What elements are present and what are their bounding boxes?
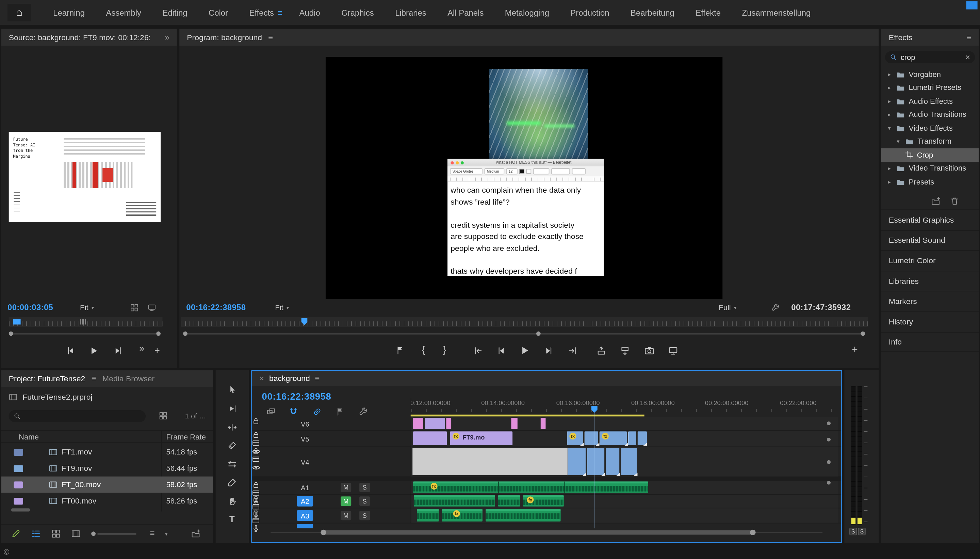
column-header-frame-rate[interactable]: Frame Rate xyxy=(167,433,206,442)
timeline-timecode[interactable]: 00:16:22:38958 xyxy=(262,391,332,401)
linked-selection-icon[interactable] xyxy=(312,407,322,417)
project-filter-icon[interactable] xyxy=(159,412,168,420)
program-settings-wrench-icon[interactable] xyxy=(771,303,780,312)
timeline-panel-menu-icon[interactable]: ≡ xyxy=(315,374,320,383)
delete-bin-button[interactable] xyxy=(950,197,960,206)
panel-tab-history[interactable]: History xyxy=(881,311,979,332)
chevron-down-icon[interactable]: ▾ xyxy=(895,138,901,144)
traffic-light-minimize[interactable] xyxy=(455,161,459,164)
panel-tab-lumetri-color[interactable]: Lumetri Color xyxy=(881,250,979,271)
step-back-button[interactable] xyxy=(496,346,506,356)
track-target-a2-selected[interactable]: A2 xyxy=(297,496,313,506)
chevron-right-icon[interactable]: ▸ xyxy=(886,111,892,117)
solo-button-a2[interactable]: S xyxy=(359,496,370,506)
clip[interactable] xyxy=(425,418,445,429)
track-target-v4[interactable]: V4 xyxy=(297,456,313,467)
sync-status-icon[interactable]: © xyxy=(4,548,9,557)
tab-graphics[interactable]: Graphics xyxy=(331,8,384,17)
sequence-tab-background[interactable]: background xyxy=(269,374,310,383)
freeform-view-button[interactable] xyxy=(71,529,81,539)
track-lane-a1[interactable]: fx xyxy=(411,481,838,494)
sync-lock-icon[interactable] xyxy=(252,455,260,463)
project-row-ft00b[interactable]: FT00.mov 58.26 fps xyxy=(2,493,213,509)
clip[interactable] xyxy=(587,448,604,475)
add-marker-button[interactable] xyxy=(396,346,405,356)
button-editor-plus[interactable]: + xyxy=(852,344,858,355)
tree-item-video-effects[interactable]: ▾Video Effects xyxy=(881,121,979,134)
track-height-handle[interactable] xyxy=(827,438,831,442)
new-item-button[interactable] xyxy=(191,529,201,539)
playhead-line[interactable] xyxy=(594,412,594,528)
tab-learning[interactable]: Learning xyxy=(43,8,95,17)
timeline-ruler[interactable]: 00:12:00:00000 00:14:00:00000 00:16:00:0… xyxy=(411,398,838,412)
tree-item-crop-selected[interactable]: Crop xyxy=(881,148,979,161)
eye-icon[interactable] xyxy=(252,463,261,472)
timeline-hscroll-handle-left[interactable] xyxy=(320,530,326,536)
selection-tool[interactable] xyxy=(228,385,237,395)
project-row-ft00-selected[interactable]: FT_00.mov 58.02 fps xyxy=(2,476,213,493)
chevron-right-icon[interactable]: ▸ xyxy=(886,179,892,185)
solo-button-a3[interactable]: S xyxy=(359,511,370,521)
program-zoom-bar[interactable] xyxy=(186,333,865,335)
chevron-right-icon[interactable]: ▸ xyxy=(886,71,892,77)
icon-view-button[interactable] xyxy=(51,529,61,539)
track-lane-a2[interactable]: fx xyxy=(411,495,838,508)
font-style-select[interactable]: Medium xyxy=(484,168,504,174)
track-lock-icon[interactable] xyxy=(252,481,260,489)
track-target-a1[interactable]: A1 xyxy=(297,482,313,493)
source-tab-title[interactable]: Source: background: FT9.mov: 00:12:26: xyxy=(9,33,151,41)
solo-button-right[interactable]: S xyxy=(858,528,866,535)
sort-icon[interactable]: ≡ xyxy=(150,528,155,538)
project-tab-active[interactable]: Project: FutureTense2 xyxy=(9,374,86,383)
source-step-forward-button[interactable] xyxy=(113,346,123,356)
program-zoom-handle-left[interactable] xyxy=(183,331,188,336)
source-play-button[interactable] xyxy=(89,346,99,356)
text-color-swatch[interactable] xyxy=(519,169,525,174)
solo-button-left[interactable]: S xyxy=(849,528,857,535)
close-sequence-icon[interactable]: × xyxy=(259,374,264,383)
clip[interactable] xyxy=(621,448,637,475)
track-target-v6[interactable]: V6 xyxy=(297,418,313,429)
track-lane-a3[interactable]: fx xyxy=(411,508,838,523)
mute-button-a1[interactable]: M xyxy=(341,483,351,492)
tab-editing[interactable]: Editing xyxy=(152,8,198,17)
tab-production[interactable]: Production xyxy=(560,8,620,17)
track-target-a3-selected[interactable]: A3 xyxy=(297,510,313,521)
audio-clip[interactable] xyxy=(417,509,439,521)
column-header-name[interactable]: Name xyxy=(19,433,39,442)
font-family-select[interactable]: Space Grotes... xyxy=(450,168,482,174)
track-lock-icon[interactable] xyxy=(252,495,260,503)
tab-zusammenstellung[interactable]: Zusammenstellung xyxy=(731,8,821,17)
razor-tool[interactable] xyxy=(228,441,237,450)
track-height-handle[interactable] xyxy=(827,481,831,485)
new-custom-bin-button[interactable] xyxy=(931,197,941,206)
home-button[interactable]: ⌂ xyxy=(8,4,31,21)
settings-grid-icon[interactable] xyxy=(130,303,139,312)
panel-tab-essential-sound[interactable]: Essential Sound xyxy=(881,230,979,250)
timeline-settings-wrench-icon[interactable] xyxy=(359,407,368,417)
source-zoom-handle-right[interactable] xyxy=(156,331,161,336)
mute-button-a3[interactable]: M xyxy=(341,511,351,521)
source-more-buttons-icon[interactable]: » xyxy=(140,343,144,353)
source-step-back-button[interactable] xyxy=(66,346,76,356)
zoom-slider-track[interactable] xyxy=(98,533,137,535)
track-target-v5[interactable]: V5 xyxy=(297,433,313,444)
program-video-frame[interactable]: what a HOT MESS this is.rtf — Bearbeitet… xyxy=(326,57,723,299)
fx-badge[interactable]: fx xyxy=(527,496,534,503)
source-fit-dropdown[interactable]: Fit▾ xyxy=(80,302,94,313)
program-mini-playhead[interactable] xyxy=(301,318,307,325)
clip[interactable] xyxy=(511,418,517,429)
audio-clip[interactable]: fx xyxy=(442,509,482,521)
overlay-text-body[interactable]: who can complain when the data only show… xyxy=(447,182,604,276)
tab-color[interactable]: Color xyxy=(198,8,239,17)
ripple-edit-tool[interactable] xyxy=(228,423,237,432)
clip[interactable] xyxy=(413,418,423,429)
clip[interactable] xyxy=(413,431,447,445)
audio-clip[interactable]: fx xyxy=(523,495,564,506)
tree-item-audio-transitions[interactable]: ▸Audio Transitions xyxy=(881,108,979,121)
tree-item-transform[interactable]: ▾Transform xyxy=(881,135,979,148)
font-size-select[interactable]: 12 xyxy=(506,168,518,174)
track-lock-icon[interactable] xyxy=(252,417,260,425)
tab-assembly[interactable]: Assembly xyxy=(95,8,152,17)
dual-view-icon[interactable] xyxy=(147,303,156,312)
